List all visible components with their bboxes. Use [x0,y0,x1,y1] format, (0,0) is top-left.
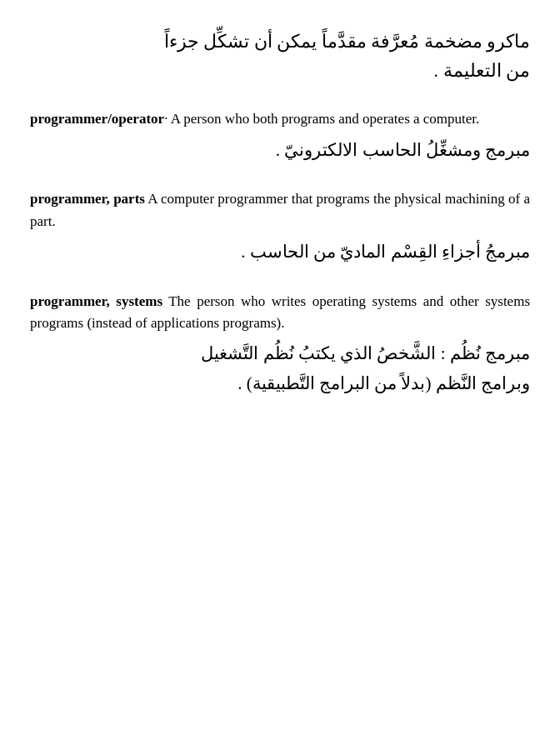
entry-programmer-systems: programmer, systems The person who write… [30,291,530,399]
entry-programmer-operator: programmer/operator· A person who both p… [30,108,530,165]
entry-programmer-operator-arabic: مبرمج ومشغِّلُ الحاسب الالكترونيّ . [30,136,530,166]
entry-programmer-parts-title: programmer, parts [30,191,145,207]
entry-programmer-operator-title: programmer/operator [30,111,164,127]
entry-programmer-systems-english: programmer, systems The person who write… [30,291,530,335]
entry-programmer-systems-arabic-line2: وبرامج النَّظم (بدلاً من البرامج التَّطب… [30,369,530,399]
entry-programmer-parts-arabic: مبرمجُ أجزاءِ القِسْم الماديّ من الحاسب … [30,238,530,268]
entry-programmer-systems-arabic-line1: مبرمج نُظُم : الشَّخصُ الذي يكتبُ نُظُم … [30,339,530,369]
arabic-intro-paragraph: ماكرو مضخمة مُعرَّفة مقدَّماً يمكن أن تش… [30,27,530,85]
entry-programmer-systems-arabic: مبرمج نُظُم : الشَّخصُ الذي يكتبُ نُظُم … [30,339,530,398]
arabic-intro-line2: من التعليمة . [30,56,530,85]
entry-programmer-systems-title: programmer, systems [30,293,162,309]
entry-programmer-parts-english: programmer, parts A computer programmer … [30,188,530,232]
entry-programmer-parts: programmer, parts A computer programmer … [30,188,530,267]
entry-programmer-operator-english: programmer/operator· A person who both p… [30,108,530,130]
entry-programmer-operator-definition: A person who both programs and operates … [168,111,479,127]
arabic-intro-line1: ماكرو مضخمة مُعرَّفة مقدَّماً يمكن أن تش… [30,27,530,56]
